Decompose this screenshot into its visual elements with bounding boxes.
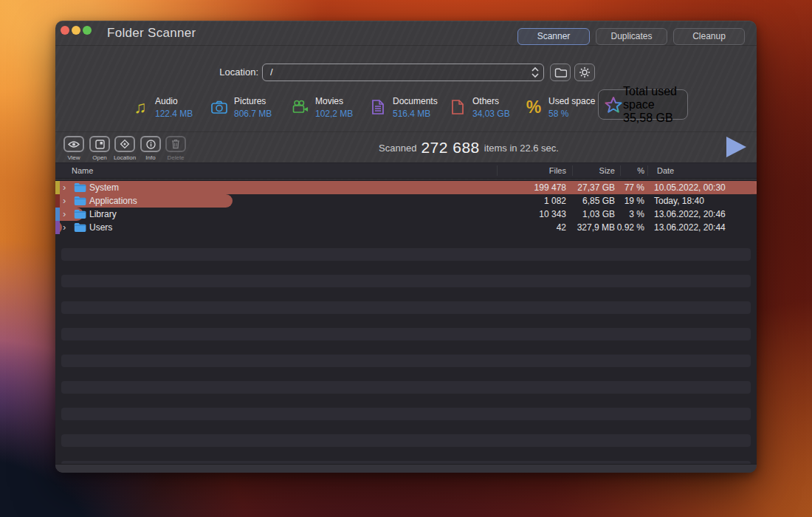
open-button[interactable] — [89, 136, 110, 152]
table-row[interactable]: › Users 42 327,9 MB 0.92 % 13.06.2022, 2… — [55, 221, 757, 234]
table-header: Name Files Size % Date — [55, 162, 757, 179]
files-count: 10 343 — [507, 208, 566, 221]
column-files[interactable]: Files — [507, 163, 566, 179]
column-percent[interactable]: % — [615, 163, 644, 179]
folder-name: System — [89, 181, 119, 194]
delete-button[interactable] — [165, 136, 186, 152]
settings-button[interactable] — [574, 64, 595, 81]
table-row[interactable]: › Library 10 343 1,03 GB 3 % 13.06.2022,… — [55, 208, 757, 221]
folder-size: 27,37 GB — [571, 181, 615, 194]
scan-suffix: items in 22.6 sec. — [484, 143, 559, 154]
column-name[interactable]: Name — [72, 163, 93, 179]
modified-date: 10.05.2022, 00:30 — [654, 181, 726, 194]
start-scan-button[interactable] — [723, 134, 749, 160]
table-row[interactable]: › Applications 1 082 6,85 GB 19 % Today,… — [55, 194, 757, 208]
open-window-icon — [95, 140, 105, 149]
column-date[interactable]: Date — [657, 163, 674, 179]
window-title: Folder Scanner — [107, 21, 196, 46]
choose-folder-button[interactable] — [550, 64, 571, 81]
camera-icon — [209, 100, 230, 114]
disclosure-chevron-icon[interactable]: › — [63, 208, 66, 220]
empty-row-stripe — [61, 408, 751, 420]
delete-label: Delete — [159, 154, 192, 161]
folder-size: 1,03 GB — [571, 208, 615, 221]
stat-label: Total used space — [623, 85, 687, 112]
category-color-tip — [55, 208, 60, 221]
stat-documents: Documents516.4 MB — [368, 92, 438, 123]
folder-name: Library — [89, 208, 117, 221]
tab-duplicates[interactable]: Duplicates — [596, 28, 667, 45]
column-divider — [497, 165, 498, 176]
stat-label: Audio — [155, 96, 193, 106]
files-count: 199 478 — [507, 181, 566, 194]
empty-row-stripe — [61, 301, 751, 314]
folder-icon — [74, 209, 86, 219]
files-count: 42 — [507, 221, 566, 234]
stat-used-space: % Used space58 % — [523, 92, 595, 123]
scan-count: 272 688 — [421, 139, 479, 157]
stat-value: 516.4 MB — [393, 109, 438, 119]
folder-icon — [554, 68, 567, 78]
folder-icon — [74, 182, 86, 193]
app-window: Folder Scanner Scanner Duplicates Cleanu… — [55, 21, 757, 473]
folder-name: Applications — [89, 194, 137, 208]
document-icon — [368, 99, 388, 115]
info-button[interactable] — [140, 136, 161, 152]
info-icon — [146, 140, 156, 149]
empty-row-stripe — [61, 381, 751, 394]
stepper-icon[interactable] — [531, 66, 540, 78]
folder-list: › System 199 478 27,37 GB 77 % 10.05.202… — [55, 179, 757, 464]
category-color-tip — [55, 221, 60, 234]
stat-value: 35,58 GB — [623, 112, 687, 125]
empty-row-stripe — [61, 328, 751, 340]
tab-cleanup[interactable]: Cleanup — [673, 28, 745, 45]
location-button[interactable] — [114, 136, 135, 152]
column-divider — [572, 165, 573, 176]
scan-prefix: Scanned — [379, 143, 416, 154]
movie-camera-icon — [290, 100, 311, 114]
location-label: Location: — [188, 64, 258, 81]
column-divider — [647, 165, 648, 176]
disclosure-chevron-icon[interactable]: › — [63, 221, 66, 233]
trash-icon — [171, 139, 180, 149]
location-combobox[interactable] — [262, 64, 544, 81]
folder-size: 6,85 GB — [571, 194, 615, 208]
action-bar: View Open Location Info — [55, 131, 757, 162]
folder-size: 327,9 MB — [571, 221, 615, 234]
folder-icon — [74, 222, 86, 233]
disclosure-chevron-icon[interactable]: › — [63, 194, 66, 207]
empty-row-stripe — [61, 434, 751, 447]
stat-value: 58 % — [548, 109, 595, 119]
size-percent: 77 % — [615, 181, 644, 194]
stat-label: Pictures — [234, 96, 272, 106]
stat-label: Documents — [393, 96, 438, 106]
minimize-button[interactable] — [72, 26, 80, 35]
close-button[interactable] — [61, 26, 69, 35]
empty-row-stripe — [61, 248, 751, 261]
view-button[interactable] — [63, 136, 84, 152]
stat-value: 102,2 MB — [315, 109, 353, 119]
empty-row-stripe — [61, 355, 751, 367]
stat-others: Others34,03 GB — [447, 92, 510, 123]
column-divider — [620, 165, 621, 176]
titlebar: Folder Scanner Scanner Duplicates Cleanu… — [55, 21, 757, 46]
category-color-tip — [55, 194, 60, 208]
eye-icon — [68, 140, 80, 148]
table-row[interactable]: › System 199 478 27,37 GB 77 % 10.05.202… — [55, 181, 757, 194]
tab-scanner[interactable]: Scanner — [517, 28, 590, 45]
modified-date: Today, 18:40 — [654, 194, 704, 208]
zoom-button[interactable] — [83, 26, 92, 35]
row-highlight — [55, 208, 757, 221]
star-icon — [604, 95, 623, 114]
category-color-tip — [55, 181, 60, 194]
stat-audio: ♫ Audio122.4 MB — [130, 92, 193, 123]
stat-label: Others — [472, 96, 510, 106]
disclosure-chevron-icon[interactable]: › — [63, 181, 66, 194]
location-input[interactable] — [269, 64, 520, 80]
stat-label: Movies — [315, 96, 353, 106]
stat-total-used-space: Total used space35,58 GB — [598, 89, 688, 120]
column-size[interactable]: Size — [571, 163, 615, 179]
stat-label: Used space — [548, 96, 595, 106]
size-bar — [55, 181, 757, 194]
size-percent: 19 % — [615, 194, 644, 208]
